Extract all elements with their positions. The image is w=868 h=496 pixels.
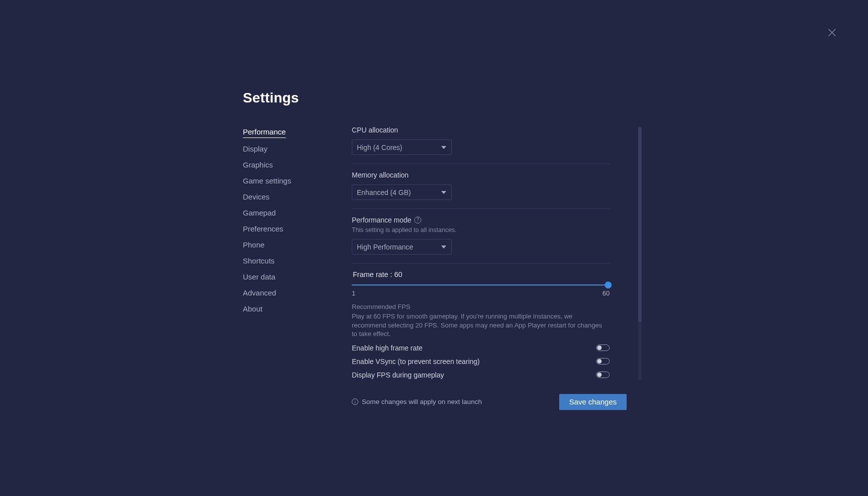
- memory-allocation-select[interactable]: Enhanced (4 GB): [352, 184, 452, 200]
- footer-note: i Some changes will apply on next launch: [352, 398, 482, 406]
- svg-marker-2: [441, 146, 446, 149]
- sidebar-item-shortcuts[interactable]: Shortcuts: [243, 256, 274, 266]
- display-fps-row: Display FPS during gameplay: [352, 371, 610, 379]
- sidebar-item-label: Devices: [243, 192, 269, 201]
- frame-rate-value: 60: [394, 270, 402, 278]
- performance-mode-sublabel: This setting is applied to all instances…: [352, 226, 611, 234]
- settings-sidebar: Performance Display Graphics Game settin…: [243, 126, 352, 314]
- frame-rate-min: 1: [352, 290, 355, 297]
- enable-high-frame-rate-label: Enable high frame rate: [352, 344, 423, 352]
- recommended-fps-title: Recommended FPS: [352, 303, 611, 310]
- page-title: Settings: [243, 90, 628, 106]
- recommended-fps-body: Play at 60 FPS for smooth gameplay. If y…: [352, 312, 607, 338]
- info-icon: i: [352, 398, 358, 405]
- frame-rate-max: 60: [603, 290, 610, 297]
- enable-high-frame-rate-toggle[interactable]: [596, 344, 610, 351]
- vertical-scrollbar-thumb[interactable]: [638, 127, 642, 322]
- performance-mode-label: Performance mode: [352, 216, 411, 224]
- chevron-down-icon: [441, 244, 446, 250]
- display-fps-label: Display FPS during gameplay: [352, 371, 444, 379]
- help-icon[interactable]: ?: [414, 216, 421, 224]
- frame-rate-slider[interactable]: [352, 282, 611, 286]
- sidebar-item-advanced[interactable]: Advanced: [243, 288, 276, 298]
- performance-mode-section: Performance mode ? This setting is appli…: [352, 216, 611, 264]
- settings-scroll-area: CPU allocation High (4 Cores) Memory all…: [352, 126, 612, 379]
- sidebar-item-label: Shortcuts: [243, 256, 274, 265]
- performance-mode-value: High Performance: [357, 243, 413, 251]
- sidebar-item-graphics[interactable]: Graphics: [243, 160, 273, 170]
- memory-allocation-label: Memory allocation: [352, 171, 611, 179]
- svg-marker-4: [441, 246, 446, 248]
- enable-high-frame-rate-row: Enable high frame rate: [352, 344, 610, 352]
- sidebar-item-label: Performance: [243, 128, 286, 136]
- frame-rate-label-prefix: Frame rate :: [353, 270, 394, 278]
- cpu-allocation-select[interactable]: High (4 Cores): [352, 140, 452, 155]
- memory-allocation-value: Enhanced (4 GB): [357, 188, 411, 196]
- enable-vsync-toggle[interactable]: [596, 358, 610, 364]
- sidebar-item-performance[interactable]: Performance: [243, 126, 286, 138]
- sidebar-item-preferences[interactable]: Preferences: [243, 224, 283, 234]
- svg-marker-3: [441, 191, 446, 194]
- enable-vsync-row: Enable VSync (to prevent screen tearing): [352, 358, 610, 366]
- vertical-scrollbar[interactable]: [638, 127, 642, 380]
- cpu-allocation-section: CPU allocation High (4 Cores): [352, 126, 611, 164]
- sidebar-item-user-data[interactable]: User data: [243, 272, 275, 282]
- sidebar-item-label: Graphics: [243, 160, 273, 169]
- save-changes-button[interactable]: Save changes: [559, 394, 627, 410]
- sidebar-item-label: Gamepad: [243, 208, 276, 217]
- sidebar-item-label: Phone: [243, 240, 264, 249]
- sidebar-item-devices[interactable]: Devices: [243, 192, 269, 202]
- sidebar-item-about[interactable]: About: [243, 304, 262, 314]
- chevron-down-icon: [441, 190, 446, 195]
- sidebar-item-gamepad[interactable]: Gamepad: [243, 208, 276, 218]
- sidebar-item-display[interactable]: Display: [243, 144, 267, 154]
- display-fps-toggle[interactable]: [596, 372, 610, 378]
- close-button[interactable]: [826, 26, 838, 38]
- frame-rate-section: Frame rate : 60 1 60 Recommended FPS: [352, 270, 611, 379]
- sidebar-item-label: Preferences: [243, 224, 283, 233]
- performance-mode-select[interactable]: High Performance: [352, 239, 452, 254]
- sidebar-item-label: Game settings: [243, 176, 291, 185]
- sidebar-item-label: Advanced: [243, 288, 276, 297]
- frame-rate-label: Frame rate : 60: [353, 270, 611, 278]
- chevron-down-icon: [441, 145, 446, 150]
- close-icon: [828, 28, 837, 37]
- footer-note-text: Some changes will apply on next launch: [362, 398, 482, 406]
- sidebar-item-phone[interactable]: Phone: [243, 240, 264, 250]
- sidebar-item-label: About: [243, 304, 262, 313]
- sidebar-item-label: Display: [243, 144, 267, 153]
- sidebar-item-game-settings[interactable]: Game settings: [243, 176, 291, 186]
- cpu-allocation-label: CPU allocation: [352, 126, 611, 134]
- cpu-allocation-value: High (4 Cores): [357, 144, 402, 152]
- sidebar-item-label: User data: [243, 272, 275, 281]
- memory-allocation-section: Memory allocation Enhanced (4 GB): [352, 171, 611, 209]
- enable-vsync-label: Enable VSync (to prevent screen tearing): [352, 358, 480, 366]
- frame-rate-slider-thumb[interactable]: [605, 282, 612, 288]
